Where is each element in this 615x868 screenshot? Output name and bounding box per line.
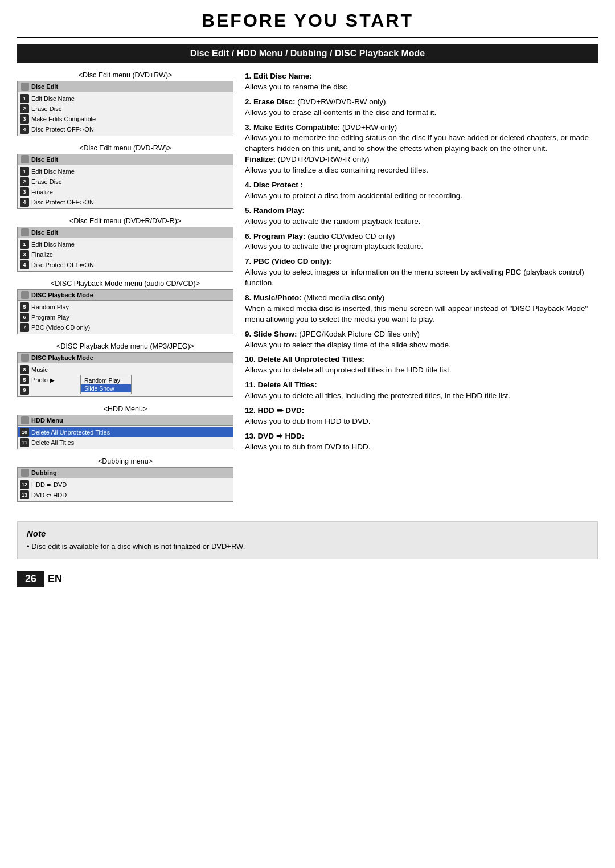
list-item-11: 11. Delete All Titles: Allows you to del… (245, 380, 598, 402)
item-text: Edit Disc Name (31, 95, 75, 102)
item-number: 6. (245, 232, 251, 240)
menu-items-2: 1 Edit Disc Name 2 Erase Disc 3 Finalize (18, 165, 233, 208)
page-title-container: BEFORE YOU START (17, 0, 598, 38)
menu-title-bar-2: Disc Edit (18, 154, 233, 165)
item-num-3: 3 (20, 114, 29, 124)
submenu-item: Random Play (81, 376, 131, 384)
item-text: Allows you to rename the disc. (245, 83, 349, 91)
menu-item-row: 7 PBC (Video CD only) (18, 322, 233, 333)
menu-title-text-1: Disc Edit (31, 83, 58, 90)
disc-playback-icon-2 (21, 354, 29, 362)
menu-item-row: 4 Disc Protect OFF⇔ON (18, 124, 233, 134)
menu-label-5: <DISC Playback Mode menu (MP3/JPEG)> (17, 342, 233, 350)
item-number: 9. (245, 330, 251, 338)
item-text: Erase Disc (31, 178, 62, 185)
item-num-11: 11 (20, 438, 29, 447)
note-box: Note • Disc edit is available for a disc… (17, 521, 598, 559)
item-text: Allows you to delete all titles, includi… (245, 391, 510, 400)
menu-hdd: <HDD Menu> HDD Menu 10 Delete All Unprot… (17, 405, 233, 449)
item-text: Music (31, 366, 48, 373)
item-text: Allows you to activate the program playb… (245, 242, 423, 251)
menu-item-row: 5 Random Play (18, 302, 233, 312)
disc-edit-icon-1 (21, 83, 29, 91)
item-number: 12. (245, 406, 256, 415)
menu-disc-edit-dvd-r: <Disc Edit menu (DVD+R/DVD-R)> Disc Edit… (17, 217, 233, 272)
item-num-9: 9 (20, 386, 29, 395)
item-label: Edit Disc Name: (253, 72, 312, 80)
list-item-1: 1. Edit Disc Name: Allows you to rename … (245, 71, 598, 93)
item-num-12: 12 (20, 480, 29, 489)
menu-title-text-6: HDD Menu (31, 417, 63, 424)
menu-title-bar-5: DISC Playback Mode (18, 353, 233, 363)
menu-item-row: 1 Edit Disc Name (18, 93, 233, 104)
menu-title-bar-3: Disc Edit (18, 227, 233, 238)
page-number-area: 26 EN (17, 571, 598, 587)
item-text: Finalize (31, 251, 53, 258)
item-text: Allows you to select the display time of… (245, 341, 451, 349)
item-extra-suffix: (DVD+R/DVD-RW/-R only) (278, 155, 370, 163)
item-label: Delete All Titles: (258, 380, 317, 389)
item-num-3: 3 (20, 250, 29, 259)
item-label: HDD ➨ DVD: (258, 406, 305, 415)
item-label: Disc Protect : (253, 181, 303, 189)
menu-item-row: 6 Program Play (18, 312, 233, 322)
submenu-item-highlighted: Slide Show (81, 384, 131, 392)
item-num-1: 1 (20, 167, 29, 176)
item-num-4: 4 (20, 260, 29, 269)
menu-item-row: 1 Edit Disc Name (18, 166, 233, 177)
item-text: Delete All Titles (31, 439, 74, 446)
dubbing-menu-icon (21, 469, 29, 477)
instructions-list: 1. Edit Disc Name: Allows you to rename … (245, 71, 598, 453)
item-number: 11. (245, 380, 256, 389)
menu-title-text-7: Dubbing (31, 469, 57, 476)
menu-item-row: 4 Disc Protect OFF⇔ON (18, 197, 233, 207)
item-label: Erase Disc: (253, 97, 296, 106)
menu-items-5: 8 Music 5 Photo ▶ 9 (18, 363, 233, 396)
menu-item-row: 2 Erase Disc (18, 104, 233, 114)
menu-title-text-4: DISC Playback Mode (31, 292, 93, 298)
menu-items-3: 1 Edit Disc Name 3 Finalize 4 Disc Prote… (18, 238, 233, 271)
item-num-5b: 5 (20, 375, 29, 384)
item-text: Make Edits Compatible (31, 116, 96, 122)
item-num-4: 4 (20, 198, 29, 207)
menu-dubbing: <Dubbing menu> Dubbing 12 HDD ➨ DVD 13 (17, 457, 233, 502)
item-text: Erase Disc (31, 105, 62, 112)
item-text: Allows you to select images or informati… (245, 268, 584, 287)
menu-title-bar-6: HDD Menu (18, 415, 233, 426)
item-label: Make Edits Compatible: (253, 123, 340, 132)
note-content: • Disc edit is available for a disc whic… (27, 542, 588, 552)
item-label-suffix: (DVD+RW/DVD-RW only) (297, 97, 386, 106)
item-text: Delete All Unprotected Titles (31, 429, 110, 436)
disc-edit-icon-3 (21, 228, 29, 236)
item-number: 7. (245, 257, 251, 265)
item-number: 1. (245, 72, 251, 80)
item-num-5: 5 (20, 302, 29, 312)
item-text: PBC (Video CD only) (31, 324, 90, 331)
item-text: Allows you to dub from DVD to HDD. (245, 443, 371, 451)
item-text: Program Play (31, 314, 69, 321)
menu-items-1: 1 Edit Disc Name 2 Erase Disc 3 Make Edi… (18, 92, 233, 136)
menu-title-text-2: Disc Edit (31, 156, 58, 163)
item-num-4: 4 (20, 125, 29, 134)
left-column: <Disc Edit menu (DVD+RW)> Disc Edit 1 Ed… (17, 71, 233, 510)
item-text: Disc Protect OFF⇔ON (31, 126, 94, 133)
list-item-6: 6. Program Play: (audio CD/video CD only… (245, 231, 598, 253)
menu-box-7: Dubbing 12 HDD ➨ DVD 13 DVD ⇔ HDD (17, 467, 233, 502)
menu-disc-playback-mp3: <DISC Playback Mode menu (MP3/JPEG)> DIS… (17, 342, 233, 397)
item-text: Disc Protect OFF⇔ON (31, 261, 94, 269)
menu-title-text-3: Disc Edit (31, 229, 58, 236)
item-extra-label: Finalize: (245, 155, 276, 163)
menu-label-4: <DISC Playback Mode menu (audio CD/VCD)> (17, 280, 233, 288)
list-item-3: 3. Make Edits Compatible: (DVD+RW only) … (245, 122, 598, 176)
menu-item-row: 3 Make Edits Compatible (18, 114, 233, 124)
menu-box-6: HDD Menu 10 Delete All Unprotected Title… (17, 415, 233, 449)
item-num-2: 2 (20, 177, 29, 186)
page-suffix: EN (48, 573, 62, 585)
list-item-7: 7. PBC (Video CD only): Allows you to se… (245, 256, 598, 289)
menu-box-3: Disc Edit 1 Edit Disc Name 3 Finalize 4 (17, 227, 233, 272)
list-item-12: 12. HDD ➨ DVD: Allows you to dub from HD… (245, 406, 598, 427)
note-title: Note (27, 529, 588, 538)
page-title: BEFORE YOU START (17, 10, 598, 31)
menu-title-bar-1: Disc Edit (18, 81, 233, 92)
menu-label-7: <Dubbing menu> (17, 457, 233, 465)
